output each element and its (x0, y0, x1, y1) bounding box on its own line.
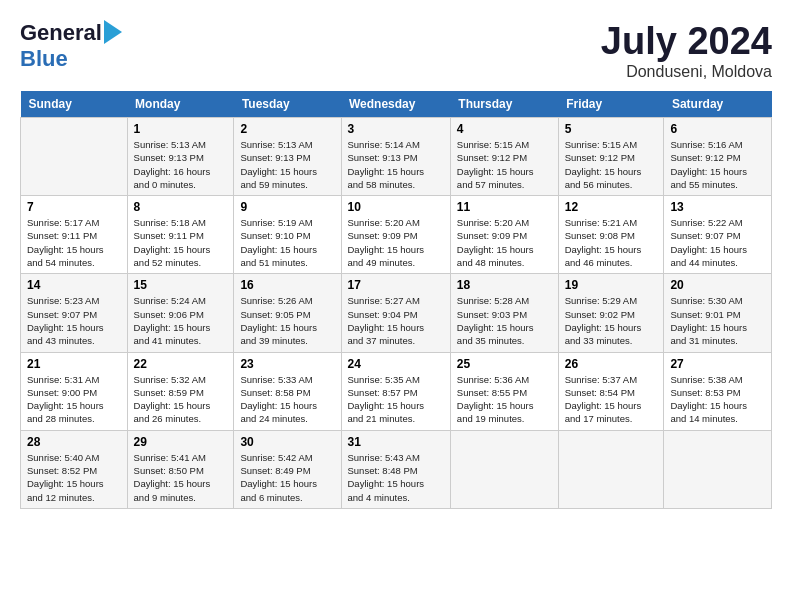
weekday-header: Sunday (21, 91, 128, 118)
day-info: Sunrise: 5:41 AM Sunset: 8:50 PM Dayligh… (134, 451, 228, 504)
calendar-cell: 17Sunrise: 5:27 AM Sunset: 9:04 PM Dayli… (341, 274, 450, 352)
day-number: 4 (457, 122, 552, 136)
day-info: Sunrise: 5:16 AM Sunset: 9:12 PM Dayligh… (670, 138, 765, 191)
calendar-cell: 31Sunrise: 5:43 AM Sunset: 8:48 PM Dayli… (341, 430, 450, 508)
day-number: 29 (134, 435, 228, 449)
month-title: July 2024 (601, 20, 772, 63)
day-number: 21 (27, 357, 121, 371)
day-info: Sunrise: 5:15 AM Sunset: 9:12 PM Dayligh… (457, 138, 552, 191)
day-number: 26 (565, 357, 658, 371)
day-info: Sunrise: 5:13 AM Sunset: 9:13 PM Dayligh… (134, 138, 228, 191)
calendar-cell: 5Sunrise: 5:15 AM Sunset: 9:12 PM Daylig… (558, 118, 664, 196)
page-header: General Blue July 2024 Donduseni, Moldov… (20, 20, 772, 81)
calendar-cell: 21Sunrise: 5:31 AM Sunset: 9:00 PM Dayli… (21, 352, 128, 430)
calendar-cell: 11Sunrise: 5:20 AM Sunset: 9:09 PM Dayli… (450, 196, 558, 274)
weekday-header: Friday (558, 91, 664, 118)
calendar-cell: 8Sunrise: 5:18 AM Sunset: 9:11 PM Daylig… (127, 196, 234, 274)
day-info: Sunrise: 5:30 AM Sunset: 9:01 PM Dayligh… (670, 294, 765, 347)
day-number: 24 (348, 357, 444, 371)
day-info: Sunrise: 5:42 AM Sunset: 8:49 PM Dayligh… (240, 451, 334, 504)
day-info: Sunrise: 5:43 AM Sunset: 8:48 PM Dayligh… (348, 451, 444, 504)
calendar-cell: 1Sunrise: 5:13 AM Sunset: 9:13 PM Daylig… (127, 118, 234, 196)
day-info: Sunrise: 5:17 AM Sunset: 9:11 PM Dayligh… (27, 216, 121, 269)
calendar-header: SundayMondayTuesdayWednesdayThursdayFrid… (21, 91, 772, 118)
calendar-week-row: 21Sunrise: 5:31 AM Sunset: 9:00 PM Dayli… (21, 352, 772, 430)
day-number: 13 (670, 200, 765, 214)
day-info: Sunrise: 5:38 AM Sunset: 8:53 PM Dayligh… (670, 373, 765, 426)
calendar-cell (21, 118, 128, 196)
day-number: 31 (348, 435, 444, 449)
title-block: July 2024 Donduseni, Moldova (601, 20, 772, 81)
day-number: 8 (134, 200, 228, 214)
calendar-cell: 27Sunrise: 5:38 AM Sunset: 8:53 PM Dayli… (664, 352, 772, 430)
day-info: Sunrise: 5:13 AM Sunset: 9:13 PM Dayligh… (240, 138, 334, 191)
day-info: Sunrise: 5:14 AM Sunset: 9:13 PM Dayligh… (348, 138, 444, 191)
calendar-cell: 6Sunrise: 5:16 AM Sunset: 9:12 PM Daylig… (664, 118, 772, 196)
day-info: Sunrise: 5:36 AM Sunset: 8:55 PM Dayligh… (457, 373, 552, 426)
day-number: 16 (240, 278, 334, 292)
calendar-cell: 16Sunrise: 5:26 AM Sunset: 9:05 PM Dayli… (234, 274, 341, 352)
day-number: 17 (348, 278, 444, 292)
weekday-header: Saturday (664, 91, 772, 118)
day-number: 30 (240, 435, 334, 449)
calendar-cell: 10Sunrise: 5:20 AM Sunset: 9:09 PM Dayli… (341, 196, 450, 274)
calendar-cell: 28Sunrise: 5:40 AM Sunset: 8:52 PM Dayli… (21, 430, 128, 508)
day-number: 22 (134, 357, 228, 371)
weekday-row: SundayMondayTuesdayWednesdayThursdayFrid… (21, 91, 772, 118)
calendar-cell (558, 430, 664, 508)
day-number: 6 (670, 122, 765, 136)
calendar-cell: 3Sunrise: 5:14 AM Sunset: 9:13 PM Daylig… (341, 118, 450, 196)
day-number: 7 (27, 200, 121, 214)
calendar-cell: 26Sunrise: 5:37 AM Sunset: 8:54 PM Dayli… (558, 352, 664, 430)
calendar-cell: 9Sunrise: 5:19 AM Sunset: 9:10 PM Daylig… (234, 196, 341, 274)
calendar-cell: 23Sunrise: 5:33 AM Sunset: 8:58 PM Dayli… (234, 352, 341, 430)
day-number: 15 (134, 278, 228, 292)
calendar-cell: 25Sunrise: 5:36 AM Sunset: 8:55 PM Dayli… (450, 352, 558, 430)
calendar-week-row: 7Sunrise: 5:17 AM Sunset: 9:11 PM Daylig… (21, 196, 772, 274)
calendar-cell: 14Sunrise: 5:23 AM Sunset: 9:07 PM Dayli… (21, 274, 128, 352)
day-info: Sunrise: 5:29 AM Sunset: 9:02 PM Dayligh… (565, 294, 658, 347)
day-number: 10 (348, 200, 444, 214)
logo-blue-text: Blue (20, 46, 68, 72)
calendar-cell: 18Sunrise: 5:28 AM Sunset: 9:03 PM Dayli… (450, 274, 558, 352)
calendar-cell: 15Sunrise: 5:24 AM Sunset: 9:06 PM Dayli… (127, 274, 234, 352)
weekday-header: Monday (127, 91, 234, 118)
day-number: 3 (348, 122, 444, 136)
calendar-cell: 22Sunrise: 5:32 AM Sunset: 8:59 PM Dayli… (127, 352, 234, 430)
day-number: 23 (240, 357, 334, 371)
day-number: 19 (565, 278, 658, 292)
calendar-cell: 4Sunrise: 5:15 AM Sunset: 9:12 PM Daylig… (450, 118, 558, 196)
day-number: 2 (240, 122, 334, 136)
day-number: 27 (670, 357, 765, 371)
day-info: Sunrise: 5:23 AM Sunset: 9:07 PM Dayligh… (27, 294, 121, 347)
calendar-week-row: 14Sunrise: 5:23 AM Sunset: 9:07 PM Dayli… (21, 274, 772, 352)
day-info: Sunrise: 5:15 AM Sunset: 9:12 PM Dayligh… (565, 138, 658, 191)
location-subtitle: Donduseni, Moldova (601, 63, 772, 81)
day-number: 20 (670, 278, 765, 292)
day-number: 1 (134, 122, 228, 136)
day-info: Sunrise: 5:18 AM Sunset: 9:11 PM Dayligh… (134, 216, 228, 269)
day-info: Sunrise: 5:35 AM Sunset: 8:57 PM Dayligh… (348, 373, 444, 426)
day-number: 11 (457, 200, 552, 214)
day-info: Sunrise: 5:37 AM Sunset: 8:54 PM Dayligh… (565, 373, 658, 426)
day-info: Sunrise: 5:40 AM Sunset: 8:52 PM Dayligh… (27, 451, 121, 504)
day-info: Sunrise: 5:26 AM Sunset: 9:05 PM Dayligh… (240, 294, 334, 347)
calendar-week-row: 1Sunrise: 5:13 AM Sunset: 9:13 PM Daylig… (21, 118, 772, 196)
calendar-cell: 7Sunrise: 5:17 AM Sunset: 9:11 PM Daylig… (21, 196, 128, 274)
calendar-cell: 30Sunrise: 5:42 AM Sunset: 8:49 PM Dayli… (234, 430, 341, 508)
calendar-week-row: 28Sunrise: 5:40 AM Sunset: 8:52 PM Dayli… (21, 430, 772, 508)
day-number: 18 (457, 278, 552, 292)
day-info: Sunrise: 5:22 AM Sunset: 9:07 PM Dayligh… (670, 216, 765, 269)
day-info: Sunrise: 5:31 AM Sunset: 9:00 PM Dayligh… (27, 373, 121, 426)
calendar-cell (664, 430, 772, 508)
day-info: Sunrise: 5:21 AM Sunset: 9:08 PM Dayligh… (565, 216, 658, 269)
calendar-cell: 29Sunrise: 5:41 AM Sunset: 8:50 PM Dayli… (127, 430, 234, 508)
weekday-header: Tuesday (234, 91, 341, 118)
day-info: Sunrise: 5:20 AM Sunset: 9:09 PM Dayligh… (457, 216, 552, 269)
calendar-cell: 2Sunrise: 5:13 AM Sunset: 9:13 PM Daylig… (234, 118, 341, 196)
day-info: Sunrise: 5:27 AM Sunset: 9:04 PM Dayligh… (348, 294, 444, 347)
calendar-body: 1Sunrise: 5:13 AM Sunset: 9:13 PM Daylig… (21, 118, 772, 509)
day-info: Sunrise: 5:28 AM Sunset: 9:03 PM Dayligh… (457, 294, 552, 347)
calendar-cell: 12Sunrise: 5:21 AM Sunset: 9:08 PM Dayli… (558, 196, 664, 274)
day-info: Sunrise: 5:33 AM Sunset: 8:58 PM Dayligh… (240, 373, 334, 426)
